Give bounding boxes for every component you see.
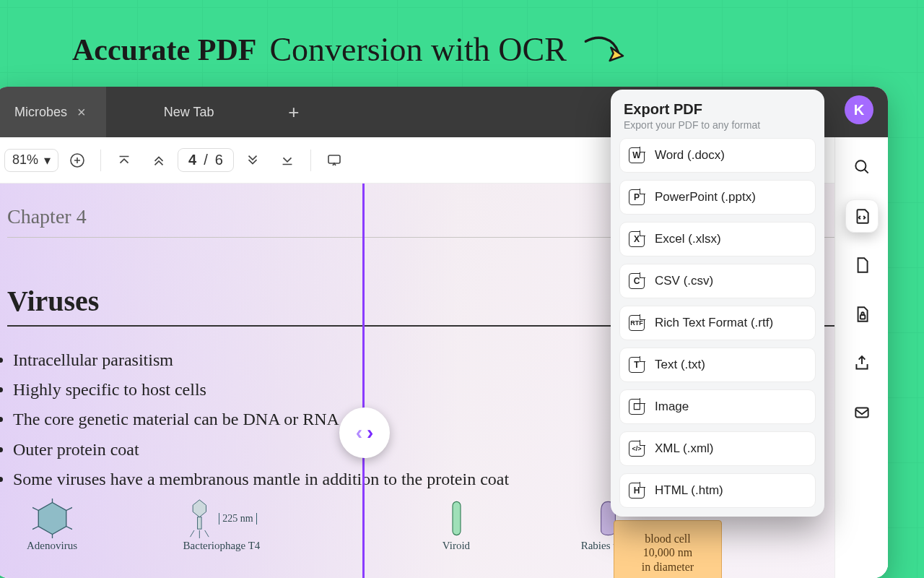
current-page: 4: [188, 152, 196, 168]
tab-microbes[interactable]: Microbes ×: [0, 87, 106, 137]
svg-rect-10: [198, 517, 201, 529]
file-word-icon: W: [629, 147, 645, 163]
format-label: Word (.docx): [655, 148, 725, 163]
format-label: Text (.txt): [655, 358, 705, 372]
blood-cell-card: blood cell 10,000 nm in diameter: [614, 520, 722, 578]
presentation-button[interactable]: [318, 144, 350, 176]
format-label: XML (.xml): [655, 441, 714, 456]
convert-icon: [853, 207, 871, 225]
svg-line-7: [32, 527, 38, 530]
search-icon: [853, 158, 871, 176]
card-line: blood cell: [645, 532, 691, 545]
separator: [100, 150, 101, 171]
virus-icon: [32, 499, 72, 538]
svg-point-12: [855, 160, 866, 171]
close-icon[interactable]: ×: [77, 104, 86, 121]
format-label: Image: [655, 400, 689, 414]
format-label: CSV (.csv): [655, 274, 713, 288]
headline-script: Conversion with OCR: [269, 30, 566, 69]
page-separator: /: [204, 152, 208, 168]
next-page-button[interactable]: [237, 144, 269, 176]
svg-line-5: [66, 527, 71, 530]
zoom-value: 81%: [12, 152, 38, 168]
separator: [310, 150, 311, 171]
last-page-button[interactable]: [271, 144, 303, 176]
avatar[interactable]: K: [845, 95, 873, 124]
figure-label: Viroid: [443, 540, 470, 552]
format-label: Rich Text Format (.rtf): [655, 316, 773, 330]
export-subtitle: Export your PDF to any format: [619, 119, 816, 138]
file-csv-icon: C: [629, 273, 645, 289]
svg-line-8: [32, 507, 38, 510]
figure-label: Adenovirus: [27, 540, 77, 552]
file-ppt-icon: P: [629, 189, 645, 205]
page-indicator[interactable]: 4 / 6: [178, 148, 234, 172]
plus-circle-icon: [69, 152, 86, 169]
format-excel[interactable]: XExcel (.xlsx): [619, 222, 816, 256]
figure-bacteriophage: 225 nm Bacteriophage T4: [160, 499, 283, 552]
protect-button[interactable]: [845, 298, 879, 331]
format-text[interactable]: TText (.txt): [619, 348, 816, 382]
headline-serif: Accurate PDF: [72, 33, 256, 67]
export-panel: Export PDF Export your PDF to any format…: [611, 90, 824, 517]
prev-page-button[interactable]: [143, 144, 175, 176]
svg-rect-11: [453, 501, 461, 535]
format-csv[interactable]: CCSV (.csv): [619, 264, 816, 298]
format-rtf[interactable]: RTFRich Text Format (.rtf): [619, 306, 816, 340]
marketing-headline: Accurate PDF Conversion with OCR: [72, 30, 630, 69]
right-rail: [834, 137, 888, 578]
export-title: Export PDF: [619, 100, 816, 119]
format-list: WWord (.docx) PPowerPoint (.pptx) XExcel…: [619, 138, 816, 508]
file-icon: [853, 256, 871, 275]
chevron-bar-down-icon: [279, 152, 295, 168]
chevron-down-icon: ▾: [44, 152, 51, 168]
svg-marker-2: [38, 503, 66, 535]
format-html[interactable]: HHTML (.htm): [619, 473, 816, 508]
bacteriophage-icon: [186, 499, 213, 538]
share-button[interactable]: [845, 347, 879, 380]
figure-viroid: Viroid: [413, 499, 500, 552]
file-xml-icon: </>: [629, 441, 645, 457]
file-html-icon: H: [629, 483, 645, 499]
lock-file-icon: [853, 305, 871, 324]
format-label: HTML (.htm): [655, 483, 723, 498]
figure-size: 225 nm: [219, 513, 256, 525]
chevron-left-icon: ‹: [356, 421, 362, 444]
card-line: 10,000 nm: [643, 545, 692, 559]
format-label: Excel (.xlsx): [655, 232, 721, 246]
tab-label: New Tab: [164, 105, 214, 120]
mail-button[interactable]: [845, 396, 879, 429]
svg-rect-13: [860, 315, 865, 319]
double-chevron-down-icon: [245, 152, 261, 168]
format-powerpoint[interactable]: PPowerPoint (.pptx): [619, 180, 816, 215]
svg-rect-14: [855, 408, 868, 418]
chevron-right-icon: ›: [367, 421, 373, 444]
svg-line-4: [66, 507, 71, 510]
zoom-dropdown[interactable]: 81% ▾: [4, 149, 58, 172]
file-image-icon: ☐: [629, 399, 645, 415]
tab-new[interactable]: New Tab: [106, 87, 272, 137]
compare-handle[interactable]: ‹ ›: [339, 407, 390, 458]
file-excel-icon: X: [629, 231, 645, 247]
export-button[interactable]: [845, 199, 879, 233]
search-button[interactable]: [845, 150, 879, 184]
mail-icon: [853, 403, 871, 422]
figure-adenovirus: Adenovirus: [9, 499, 95, 552]
format-label: PowerPoint (.pptx): [655, 190, 756, 204]
arrow-icon: [580, 32, 630, 68]
first-page-button[interactable]: [108, 144, 140, 176]
svg-rect-1: [328, 155, 340, 163]
format-xml[interactable]: </>XML (.xml): [619, 431, 816, 466]
format-word[interactable]: WWord (.docx): [619, 138, 816, 173]
app-window: Microbes × New Tab + K 81% ▾ 4 / 6: [0, 87, 888, 578]
pdfa-button[interactable]: [845, 249, 879, 282]
viroid-icon: [445, 499, 468, 538]
add-tab-button[interactable]: +: [272, 87, 315, 137]
svg-marker-9: [193, 500, 206, 517]
format-image[interactable]: ☐Image: [619, 389, 816, 424]
share-icon: [853, 354, 871, 373]
chevron-bar-up-icon: [116, 152, 132, 168]
zoom-in-button[interactable]: [61, 144, 93, 176]
total-pages: 6: [215, 152, 223, 168]
double-chevron-up-icon: [151, 152, 167, 168]
